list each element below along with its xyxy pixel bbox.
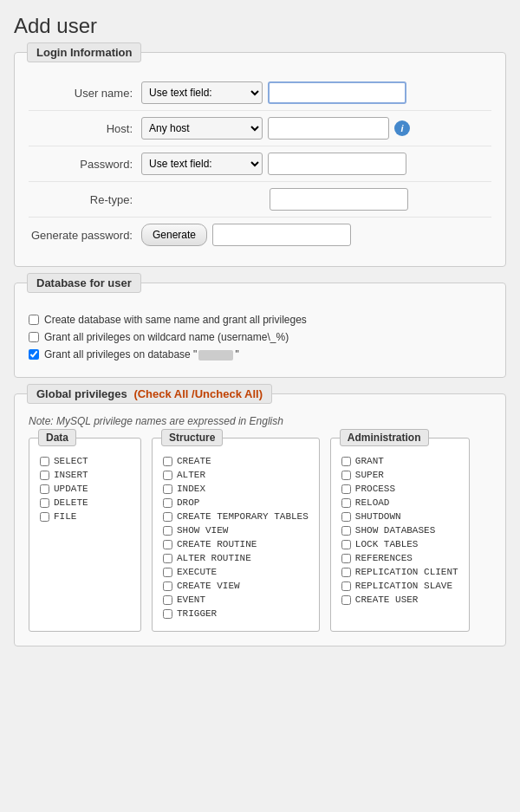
login-section-legend: Login Information (27, 42, 141, 62)
priv-LOCK-TABLES-label: LOCK TABLES (355, 539, 419, 549)
structure-privilege-box: Structure CREATE ALTER INDEX DROP CREATE… (152, 438, 320, 632)
cb-LOCK-TABLES[interactable] (341, 540, 351, 549)
priv-CREATE-TEMP-label: CREATE TEMPORARY TABLES (177, 511, 309, 522)
host-label: Host: (29, 122, 141, 135)
username-type-select[interactable]: Use text field: Any user Custom (141, 81, 263, 104)
cb-DELETE[interactable] (40, 498, 49, 508)
db-option-2-label: Grant all privileges on wildcard name (u… (44, 331, 289, 343)
priv-CREATE-VIEW-label: CREATE VIEW (177, 581, 240, 591)
cb-INDEX[interactable] (163, 484, 172, 494)
priv-TRIGGER: TRIGGER (163, 607, 309, 620)
cb-TRIGGER[interactable] (163, 609, 172, 619)
admin-privilege-box: Administration GRANT SUPER PROCESS RELOA… (330, 438, 470, 632)
priv-CREATE-ROUTINE: CREATE ROUTINE (163, 537, 309, 551)
retype-label: Re-type: (29, 193, 141, 206)
priv-SHUTDOWN: SHUTDOWN (341, 510, 458, 523)
password-input[interactable] (268, 153, 406, 175)
cb-SHOW-DATABASES[interactable] (341, 526, 351, 536)
priv-INSERT-label: INSERT (54, 470, 88, 480)
cb-REPLICATION-SLAVE[interactable] (341, 581, 351, 591)
priv-FILE-label: FILE (54, 511, 76, 522)
cb-ALTER-ROUTINE[interactable] (163, 554, 172, 563)
priv-SHOW-VIEW: SHOW VIEW (163, 523, 309, 537)
host-controls: Any host Local Custom i (141, 117, 410, 140)
cb-SELECT[interactable] (40, 457, 49, 466)
priv-ALTER-label: ALTER (177, 470, 205, 480)
host-input[interactable] (268, 117, 389, 140)
generated-password-input[interactable] (212, 224, 351, 246)
priv-LOCK-TABLES: LOCK TABLES (341, 537, 458, 551)
priv-SELECT: SELECT (40, 454, 130, 468)
host-type-select[interactable]: Any host Local Custom (141, 117, 263, 140)
priv-SHOW-DATABASES-label: SHOW DATABASES (355, 525, 435, 536)
priv-DELETE-label: DELETE (54, 497, 88, 508)
structure-box-title: Structure (161, 429, 223, 446)
cb-CREATE-USER[interactable] (341, 595, 351, 605)
data-box-body: SELECT INSERT UPDATE DELETE FILE (40, 454, 130, 523)
db-option-1-label: Create database with same name and grant… (44, 314, 307, 326)
cb-SHOW-VIEW[interactable] (163, 526, 172, 536)
host-row: Host: Any host Local Custom i (29, 111, 491, 146)
priv-CREATE-VIEW: CREATE VIEW (163, 579, 309, 593)
password-type-select[interactable]: Use text field: No password (141, 153, 263, 175)
priv-CREATE-USER: CREATE USER (341, 593, 458, 607)
note-text: Note: MySQL privilege names are expresse… (29, 415, 491, 427)
cb-REPLICATION-CLIENT[interactable] (341, 568, 351, 577)
cb-INSERT[interactable] (40, 471, 49, 480)
cb-SHUTDOWN[interactable] (341, 512, 351, 522)
global-section-body: Note: MySQL privilege names are expresse… (29, 415, 491, 632)
host-info-icon[interactable]: i (394, 120, 410, 136)
db-option-2: Grant all privileges on wildcard name (u… (29, 328, 491, 346)
cb-GRANT[interactable] (341, 457, 351, 466)
priv-REFERENCES-label: REFERENCES (355, 553, 413, 563)
cb-CREATE[interactable] (163, 457, 172, 466)
priv-REPLICATION-SLAVE-label: REPLICATION SLAVE (355, 581, 452, 591)
priv-CREATE-label: CREATE (177, 456, 211, 466)
priv-EXECUTE: EXECUTE (163, 565, 309, 579)
cb-EXECUTE[interactable] (163, 568, 172, 577)
priv-INDEX-label: INDEX (177, 484, 205, 494)
priv-EVENT-label: EVENT (177, 594, 205, 605)
priv-TRIGGER-label: TRIGGER (177, 608, 217, 619)
db-option-1: Create database with same name and grant… (29, 311, 491, 328)
admin-box-title: Administration (340, 429, 429, 446)
cb-FILE[interactable] (40, 512, 49, 522)
cb-CREATE-VIEW[interactable] (163, 581, 172, 591)
cb-SUPER[interactable] (341, 471, 351, 480)
cb-RELOAD[interactable] (341, 498, 351, 508)
cb-ALTER[interactable] (163, 471, 172, 480)
db-option-3-checkbox[interactable] (29, 349, 39, 360)
check-all-link[interactable]: (Check All /Uncheck All) (133, 387, 263, 400)
retype-controls (141, 188, 408, 211)
priv-SUPER: SUPER (341, 468, 458, 482)
password-label: Password: (29, 158, 141, 171)
priv-REPLICATION-CLIENT-label: REPLICATION CLIENT (355, 567, 458, 577)
cb-CREATE-TEMP[interactable] (163, 512, 172, 522)
retype-input[interactable] (270, 188, 408, 211)
priv-ALTER-ROUTINE-label: ALTER ROUTINE (177, 553, 251, 563)
cb-DROP[interactable] (163, 498, 172, 508)
cb-CREATE-ROUTINE[interactable] (163, 540, 172, 549)
cb-REFERENCES[interactable] (341, 554, 351, 563)
priv-INDEX: INDEX (163, 482, 309, 496)
generate-row: Generate password: Generate (29, 218, 491, 252)
generate-button[interactable]: Generate (141, 224, 207, 246)
cb-EVENT[interactable] (163, 595, 172, 605)
username-row: User name: Use text field: Any user Cust… (29, 75, 491, 111)
priv-GRANT-label: GRANT (355, 456, 384, 466)
priv-ALTER-ROUTINE: ALTER ROUTINE (163, 551, 309, 565)
database-section: Database for user Create database with s… (14, 283, 506, 378)
db-option-2-checkbox[interactable] (29, 332, 39, 342)
priv-DELETE: DELETE (40, 496, 130, 510)
cb-PROCESS[interactable] (341, 484, 351, 494)
priv-CREATE: CREATE (163, 454, 309, 468)
db-option-1-checkbox[interactable] (29, 315, 39, 325)
db-option-3: Grant all privileges on database "" (29, 346, 491, 363)
username-input[interactable] (268, 81, 406, 104)
priv-PROCESS: PROCESS (341, 482, 458, 496)
global-section-legend: Global privileges (Check All /Uncheck Al… (27, 384, 272, 404)
generate-controls: Generate (141, 224, 351, 246)
privileges-grid: Data SELECT INSERT UPDATE DELETE FILE St… (29, 438, 491, 632)
cb-UPDATE[interactable] (40, 484, 49, 494)
password-controls: Use text field: No password (141, 153, 406, 175)
